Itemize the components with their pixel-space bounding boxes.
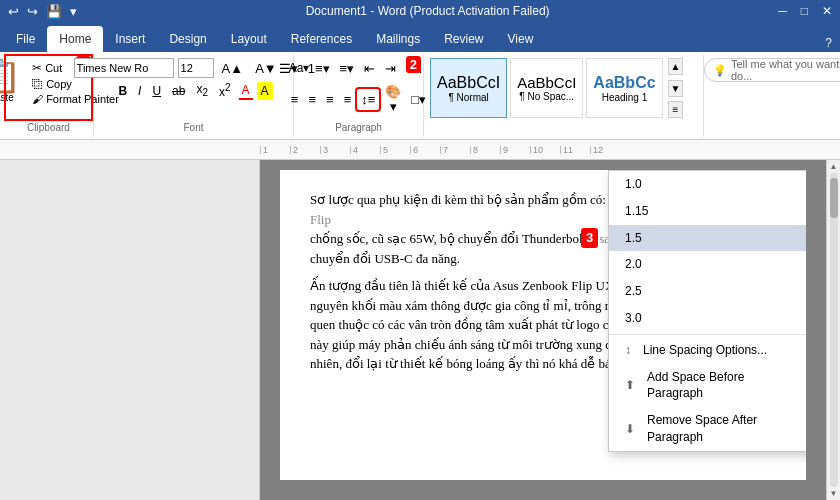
remove-space-after-icon: ⬇: [625, 421, 635, 438]
tell-me-box[interactable]: 💡 Tell me what you want to do...: [704, 58, 840, 82]
copy-label: Copy: [46, 78, 72, 90]
minimize-btn[interactable]: ─: [778, 4, 787, 18]
highlight-button[interactable]: A: [257, 82, 273, 100]
superscript-button[interactable]: x2: [215, 80, 235, 101]
font-color-button[interactable]: A: [238, 81, 254, 100]
styles-scroll-down[interactable]: ▼: [668, 80, 684, 97]
ribbon-group-styles: AaBbCcI ¶ Normal AaBbCcI ¶ No Spac... Aa…: [424, 54, 704, 137]
customize-btn[interactable]: ▾: [70, 4, 77, 19]
ribbon-tabs: File Home Insert Design Layout Reference…: [0, 22, 840, 52]
underline-button[interactable]: U: [148, 82, 165, 100]
multilevel-button[interactable]: ≡▾: [336, 58, 359, 79]
tab-view[interactable]: View: [496, 26, 546, 52]
spacing-3-0[interactable]: 3.0: [609, 305, 806, 332]
help-icon[interactable]: ?: [825, 36, 832, 50]
style-nospace[interactable]: AaBbCcI ¶ No Spac...: [510, 58, 583, 118]
ruler-mark: 11: [560, 146, 590, 154]
remove-space-after-label: Remove Space After Paragraph: [647, 412, 801, 446]
align-left-button[interactable]: ≡: [287, 89, 303, 110]
styles-expand[interactable]: ≡: [668, 101, 684, 118]
spacing-1-15[interactable]: 1.15: [609, 198, 806, 225]
add-space-before[interactable]: ⬆ Add Space Before Paragraph: [609, 364, 806, 408]
line-spacing-options[interactable]: ↕ Line Spacing Options...: [609, 337, 806, 364]
spacing-1-0[interactable]: 1.0: [609, 171, 806, 198]
ruler-mark: 2: [290, 146, 320, 154]
style-heading1-preview: AaBbCc: [593, 74, 655, 92]
justify-button[interactable]: ≡: [340, 89, 356, 110]
line-spacing-button[interactable]: ↕≡: [357, 89, 379, 110]
subscript-button[interactable]: x2: [192, 80, 212, 100]
italic-button[interactable]: I: [134, 82, 145, 100]
spacing-1-5[interactable]: 3 1.5: [609, 225, 806, 252]
font-size-input[interactable]: [178, 58, 214, 78]
spacing-2-5[interactable]: 2.5: [609, 278, 806, 305]
tab-insert[interactable]: Insert: [103, 26, 157, 52]
document-area: Sơ lược qua phụ kiện đi kèm thì bộ sản p…: [260, 160, 826, 500]
title-bar-text: Document1 - Word (Product Activation Fai…: [85, 4, 770, 18]
scroll-down-button[interactable]: ▼: [830, 489, 838, 498]
redo-button[interactable]: ↪: [27, 4, 38, 19]
ruler-mark: 3: [320, 146, 350, 154]
ruler-mark: 10: [530, 146, 560, 154]
strikethrough-button[interactable]: ab: [168, 82, 189, 100]
undo-button[interactable]: ↩: [8, 4, 19, 19]
tab-design[interactable]: Design: [157, 26, 218, 52]
styles-scroll-up[interactable]: ▲: [668, 58, 684, 75]
ruler-mark: 6: [410, 146, 440, 154]
style-nospace-preview: AaBbCcI: [517, 74, 576, 91]
tell-me-text: Tell me what you want to do...: [731, 58, 840, 82]
ribbon-group-paragraph: ☰▾ 1≡▾ ≡▾ ⇤ ⇥ ↕A ¶ ≡ ≡ ≡ ≡ ↕≡ 🎨▾ □▾ Para…: [294, 54, 424, 137]
sort-button[interactable]: ↕A: [402, 58, 425, 79]
scroll-thumb[interactable]: [830, 178, 838, 218]
ruler: 1 2 3 4 5 6 7 8 9 10 11 12: [0, 140, 840, 160]
paste-button[interactable]: 📋 Paste: [0, 58, 27, 105]
decrease-indent-button[interactable]: ⇤: [360, 58, 379, 79]
lightbulb-icon: 💡: [713, 64, 727, 77]
ruler-mark: 1: [260, 146, 290, 154]
font-name-input[interactable]: [74, 58, 174, 78]
save-button[interactable]: 💾: [46, 4, 62, 19]
paste-icon: 📋: [0, 60, 21, 92]
tab-mailings[interactable]: Mailings: [364, 26, 432, 52]
style-nospace-label: ¶ No Spac...: [519, 91, 574, 102]
close-btn[interactable]: ✕: [822, 4, 832, 18]
ruler-mark: 9: [500, 146, 530, 154]
ribbon: 📋 Paste ✂ Cut ⿻ Copy 🖌 Format Painter Cl…: [0, 52, 840, 140]
ruler-marks: 1 2 3 4 5 6 7 8 9 10 11 12: [260, 146, 620, 154]
vertical-scrollbar[interactable]: ▲ ▼: [826, 160, 840, 500]
restore-btn[interactable]: □: [801, 4, 808, 18]
font-group-label: Font: [183, 120, 203, 133]
style-normal[interactable]: AaBbCcI ¶ Normal: [430, 58, 507, 118]
tab-layout[interactable]: Layout: [219, 26, 279, 52]
remove-space-after[interactable]: ⬇ Remove Space After Paragraph: [609, 407, 806, 451]
align-center-button[interactable]: ≡: [304, 89, 320, 110]
main-area: Sơ lược qua phụ kiện đi kèm thì bộ sản p…: [0, 160, 840, 500]
numbering-button[interactable]: 1≡▾: [304, 58, 334, 79]
line-spacing-dropdown: 1.0 1.15 3 1.5 2.0 2.5 3.0: [608, 170, 806, 452]
bullets-button[interactable]: ☰▾: [275, 58, 302, 79]
spacing-2-0-value: 2.0: [625, 256, 642, 273]
spacing-2-0[interactable]: 2.0: [609, 251, 806, 278]
increase-indent-button[interactable]: ⇥: [381, 58, 400, 79]
tab-references[interactable]: References: [279, 26, 364, 52]
copy-icon: ⿻: [32, 78, 43, 90]
styles-scroll: ▲ ▼ ≡: [668, 58, 684, 118]
bold-button[interactable]: B: [114, 82, 131, 100]
grow-font-button[interactable]: A▲: [218, 59, 248, 78]
badge-3: 3: [581, 228, 598, 248]
spacing-1-15-value: 1.15: [625, 203, 648, 220]
ruler-mark: 8: [470, 146, 500, 154]
para-row-2: ≡ ≡ ≡ ≡ ↕≡ 🎨▾ □▾: [287, 81, 430, 117]
style-heading1-label: Heading 1: [602, 92, 648, 103]
page: Sơ lược qua phụ kiện đi kèm thì bộ sản p…: [280, 170, 806, 480]
scroll-up-button[interactable]: ▲: [830, 162, 838, 171]
align-right-button[interactable]: ≡: [322, 89, 338, 110]
spacing-3-0-value: 3.0: [625, 310, 642, 327]
style-heading1[interactable]: AaBbCc Heading 1: [586, 58, 662, 118]
tab-file[interactable]: File: [4, 26, 47, 52]
paste-label: Paste: [0, 92, 14, 103]
style-normal-preview: AaBbCcI: [437, 74, 500, 92]
tab-home[interactable]: Home: [47, 26, 103, 52]
tab-review[interactable]: Review: [432, 26, 495, 52]
shading-button[interactable]: 🎨▾: [381, 81, 405, 117]
